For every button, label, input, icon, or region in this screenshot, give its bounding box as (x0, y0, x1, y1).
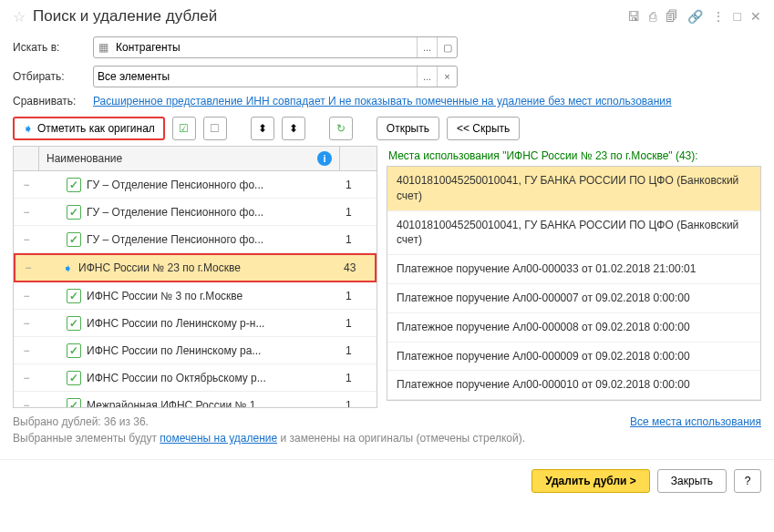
table-row[interactable]: −✓ГУ – Отделение Пенсионного фо...1 (14, 226, 377, 253)
table-row[interactable]: −✓ИФНС России № 3 по г.Москве1 (14, 282, 377, 310)
info-icon: i (317, 151, 332, 166)
row-name: Межрайонная ИФНС России № 1... (87, 399, 264, 409)
row-checkbox[interactable]: ✓ (67, 205, 81, 220)
collapse-icon[interactable]: − (23, 290, 29, 302)
duplicates-table[interactable]: −✓ГУ – Отделение Пенсионного фо...1−✓ГУ … (13, 171, 377, 408)
row-count: 1 (340, 344, 377, 357)
row-count: 1 (340, 290, 377, 302)
selected-count: Выбрано дублей: 36 из 36. (13, 415, 149, 428)
open-button[interactable]: Открыть (377, 117, 439, 140)
row-name: ИФНС России № 23 по г.Москве (78, 261, 241, 274)
mark-as-original-button[interactable]: ➧ Отметить как оригинал (13, 117, 165, 140)
row-checkbox[interactable]: ✓ (67, 371, 81, 385)
row-checkbox[interactable]: ✓ (67, 232, 81, 247)
table-row[interactable]: −➧ИФНС России № 23 по г.Москве43 (14, 253, 377, 282)
search-page-icon[interactable]: 🗐 (666, 9, 678, 24)
table-row[interactable]: −✓ИФНС России по Октябрьскому р...1 (14, 364, 377, 392)
row-name: ИФНС России по Октябрьскому р... (87, 372, 266, 384)
collapse-icon[interactable]: − (23, 399, 29, 409)
row-checkbox[interactable]: ✓ (67, 289, 81, 303)
row-count: 1 (340, 372, 377, 384)
link-icon[interactable]: 🔗 (687, 9, 703, 24)
table-row[interactable]: −✓Межрайонная ИФНС России № 1...1 (14, 392, 377, 408)
usage-title: Места использования "ИФНС России № 23 по… (387, 146, 761, 166)
table-row[interactable]: −✓ГУ – Отделение Пенсионного фо...1 (14, 171, 377, 199)
close-icon[interactable]: ✕ (750, 9, 761, 24)
usage-item[interactable]: Платежное поручение Ал00-000009 от 09.02… (387, 343, 760, 372)
row-name: ГУ – Отделение Пенсионного фо... (87, 179, 263, 191)
collapse-all-button[interactable]: ⬍ (282, 117, 305, 140)
row-name: ИФНС России № 3 по г.Москве (87, 290, 243, 302)
delete-duplicates-button[interactable]: Удалить дубли > (531, 469, 649, 493)
table-row[interactable]: −✓ИФНС России по Ленинскому р-н...1 (14, 310, 377, 337)
filter-select-button[interactable]: ... (417, 66, 437, 87)
check-all-button[interactable]: ☑ (172, 117, 196, 140)
table-header: Наименование i (13, 146, 377, 171)
expand-all-button[interactable]: ⬍ (251, 117, 274, 140)
filter-clear-button[interactable]: × (437, 66, 457, 87)
row-checkbox[interactable]: ✓ (67, 316, 81, 331)
column-name-header[interactable]: Наименование (46, 152, 122, 165)
row-count: 1 (340, 179, 377, 191)
row-count: 43 (338, 261, 375, 274)
table-row[interactable]: −✓ГУ – Отделение Пенсионного фо...1 (14, 199, 377, 226)
search-in-label: Искать в: (13, 41, 86, 54)
collapse-icon[interactable]: − (23, 372, 29, 384)
collapse-icon[interactable]: − (23, 317, 29, 330)
footer-note: Выбранные элементы будут помечены на уда… (0, 430, 774, 452)
usage-item[interactable]: 40101810045250010041, ГУ БАНКА РОССИИ ПО… (387, 167, 760, 211)
search-in-input[interactable]: ▦ ... ▢ (93, 36, 458, 58)
original-arrow-icon: ➧ (63, 261, 73, 275)
row-name: ГУ – Отделение Пенсионного фо... (87, 206, 263, 219)
collapse-icon[interactable]: − (23, 206, 29, 219)
row-name: ИФНС России по Ленинскому ра... (87, 344, 261, 357)
usage-item[interactable]: Платежное поручение Ал00-000033 от 01.02… (387, 255, 760, 284)
table-row[interactable]: −✓ИФНС России по Ленинскому ра...1 (14, 337, 377, 364)
more-icon[interactable]: ⋮ (712, 9, 725, 24)
row-count: 1 (340, 317, 377, 330)
select-button[interactable]: ... (417, 37, 437, 57)
collapse-icon[interactable]: − (25, 261, 31, 274)
collapse-icon[interactable]: − (23, 233, 29, 246)
uncheck-all-button[interactable]: ☐ (203, 117, 227, 140)
favorite-icon[interactable]: ☆ (13, 8, 26, 26)
help-button[interactable]: ? (734, 469, 761, 493)
refresh-button[interactable]: ↻ (329, 117, 353, 140)
usage-item[interactable]: Платежное поручение Ал00-000011 от 09.02… (387, 400, 760, 401)
filter-input[interactable]: ... × (93, 66, 458, 87)
row-count: 1 (340, 206, 377, 219)
collapse-icon[interactable]: − (23, 179, 29, 191)
row-count: 1 (340, 233, 377, 246)
all-usages-link[interactable]: Все места использования (630, 415, 761, 428)
hide-button[interactable]: << Скрыть (447, 117, 520, 140)
open-ref-button[interactable]: ▢ (437, 37, 457, 57)
usage-item[interactable]: Платежное поручение Ал00-000010 от 09.02… (387, 371, 760, 400)
usage-item[interactable]: Платежное поручение Ал00-000007 от 09.02… (387, 284, 760, 313)
maximize-icon[interactable]: □ (734, 9, 741, 24)
row-name: ГУ – Отделение Пенсионного фо... (87, 233, 263, 246)
usage-item[interactable]: Платежное поручение Ал00-000008 от 09.02… (387, 313, 760, 343)
filter-label: Отбирать: (13, 70, 86, 83)
mark-delete-link[interactable]: помечены на удаление (160, 432, 277, 445)
row-count: 1 (340, 399, 377, 409)
collapse-icon[interactable]: − (23, 344, 29, 357)
filter-field[interactable] (94, 70, 417, 83)
save-icon[interactable]: 🖫 (627, 9, 640, 24)
row-checkbox[interactable]: ✓ (67, 178, 81, 192)
close-button[interactable]: Закрыть (657, 469, 727, 493)
print-icon[interactable]: ⎙ (649, 9, 656, 24)
compare-label: Сравнивать: (13, 95, 86, 107)
table-icon: ▦ (94, 41, 112, 54)
usage-item[interactable]: 40101810045250010041, ГУ БАНКА РОССИИ ПО… (387, 211, 760, 256)
row-checkbox[interactable]: ✓ (67, 343, 81, 358)
search-in-field[interactable] (112, 41, 417, 54)
usage-list[interactable]: 40101810045250010041, ГУ БАНКА РОССИИ ПО… (387, 166, 761, 401)
compare-rules-link[interactable]: Расширенное представление ИНН совпадает … (93, 95, 672, 107)
row-name: ИФНС России по Ленинскому р-н... (87, 317, 264, 330)
arrow-right-icon: ➧ (23, 121, 34, 136)
row-checkbox[interactable]: ✓ (67, 398, 81, 409)
page-title: Поиск и удаление дублей (33, 7, 627, 26)
